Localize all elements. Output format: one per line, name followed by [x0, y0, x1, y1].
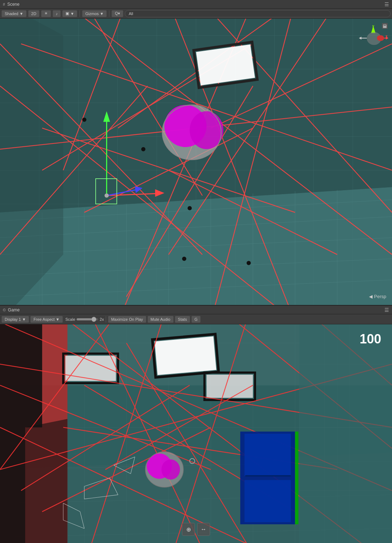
mute-audio-button[interactable]: Mute Audio	[147, 316, 174, 323]
rotate-icon: ↔	[201, 526, 206, 533]
search-prefix-btn[interactable]: Q▾	[111, 10, 123, 17]
image-arrow: ▼	[70, 12, 74, 16]
scene-search-input[interactable]	[125, 10, 391, 17]
search-q-label: Q▾	[115, 11, 120, 16]
gizmos-arrow: ▼	[100, 12, 104, 16]
display-dropdown[interactable]: Display 1 ▼	[1, 316, 29, 323]
svg-rect-136	[245, 480, 291, 522]
toolbar-separator-1	[79, 10, 80, 17]
svg-rect-75	[383, 26, 387, 28]
svg-point-68	[141, 147, 146, 151]
game-toolbar: Display 1 ▼ Free Aspect ▼ Scale 2x Maxim…	[0, 314, 392, 324]
svg-rect-109	[206, 375, 253, 398]
gizmos-dropdown[interactable]: Gizmos ▼	[82, 10, 107, 17]
scale-slider[interactable]	[77, 318, 98, 320]
game-gizmos-button[interactable]: G	[191, 316, 201, 323]
svg-rect-139	[299, 324, 392, 543]
display-arrow: ▼	[22, 317, 26, 321]
stats-button[interactable]: Stats	[175, 316, 190, 323]
scale-label: Scale	[65, 317, 76, 321]
svg-point-71	[182, 257, 186, 261]
svg-rect-135	[245, 434, 291, 476]
move-control-button[interactable]: ⊕	[182, 523, 195, 536]
maximize-on-play-button[interactable]: Maximize On Play	[108, 316, 146, 323]
game-tab-bar: © Game ☰	[0, 306, 392, 314]
scene-toolbar: Shaded ▼ 2D ☀ ♪ ▣ ▼ Gizmos ▼ Q▾	[0, 9, 392, 19]
move-icon: ⊕	[186, 526, 191, 533]
scene-background-svg	[0, 19, 392, 305]
game-tab-icon: ©	[3, 308, 6, 312]
game-panel: © Game ☰ Display 1 ▼ Free Aspect ▼ Scale…	[0, 306, 392, 543]
svg-point-69	[188, 206, 192, 210]
game-tab-menu-button[interactable]: ☰	[384, 307, 389, 313]
lighting-toggle[interactable]: ☀	[41, 10, 51, 17]
svg-point-67	[82, 118, 87, 122]
toolbar-separator-2	[109, 10, 109, 17]
svg-point-66	[105, 193, 109, 198]
game-tab-label[interactable]: Game	[8, 307, 20, 312]
display-label: Display 1	[5, 317, 21, 321]
svg-point-70	[247, 261, 251, 265]
svg-point-84	[377, 35, 384, 41]
gizmos-label: Gizmos	[85, 12, 99, 16]
shading-label: Shaded	[5, 12, 18, 16]
scene-tab-bar: # Scene ☰	[0, 0, 392, 9]
aspect-label: Free Aspect	[33, 317, 55, 321]
scene-viewport[interactable]: ◀ Persp x y	[0, 19, 392, 305]
image-icon: ▣	[65, 11, 69, 16]
svg-marker-78	[371, 26, 375, 33]
audio-toggle[interactable]: ♪	[53, 10, 61, 17]
rotate-control-button[interactable]: ↔	[197, 523, 210, 536]
shading-dropdown[interactable]: Shaded ▼	[1, 10, 27, 17]
svg-point-131	[161, 459, 180, 479]
scene-tab-icon: #	[3, 2, 5, 6]
aspect-dropdown[interactable]: Free Aspect ▼	[30, 316, 63, 323]
scene-panel: # Scene ☰ Shaded ▼ 2D ☀ ♪ ▣ ▼ Gizmos ▼ Q…	[0, 0, 392, 306]
image-effects-toggle[interactable]: ▣ ▼	[62, 10, 77, 17]
aspect-arrow: ▼	[56, 317, 60, 321]
svg-rect-138	[295, 432, 298, 524]
score-display: 100	[360, 332, 381, 347]
scene-tab-menu-button[interactable]: ☰	[384, 1, 389, 7]
game-viewport[interactable]: 100 ⊕ ↔	[0, 324, 392, 543]
shading-arrow: ▼	[19, 12, 23, 16]
game-controls-overlay: ⊕ ↔	[182, 523, 210, 536]
svg-marker-33	[0, 19, 63, 305]
game-background-svg	[0, 324, 392, 543]
svg-marker-81	[359, 37, 361, 40]
scale-value: 2x	[100, 317, 104, 321]
gizmo-widget[interactable]: x y	[356, 22, 388, 51]
svg-rect-105	[155, 336, 216, 375]
game-separator-1	[106, 316, 106, 323]
scene-tab-label[interactable]: Scene	[7, 2, 19, 7]
svg-marker-104	[25, 419, 67, 543]
persp-label: ◀ Persp	[369, 294, 386, 299]
2d-mode-button[interactable]: 2D	[28, 10, 40, 17]
